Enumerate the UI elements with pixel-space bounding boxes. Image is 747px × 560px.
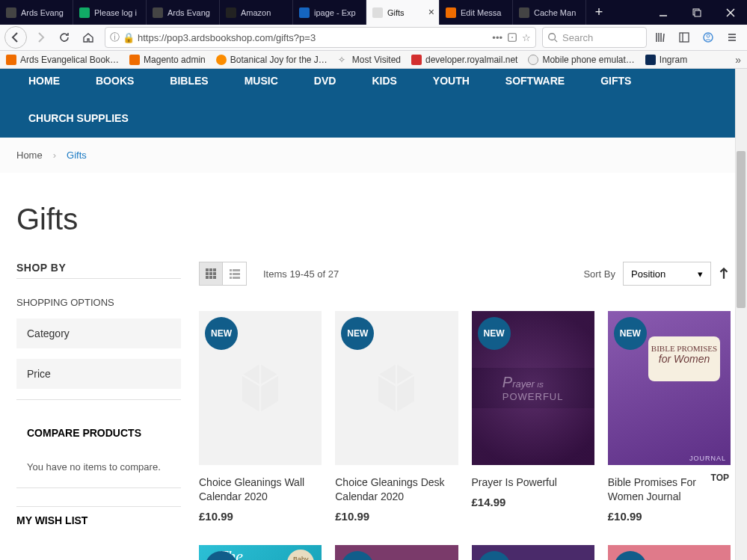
new-badge: NEW <box>478 317 511 350</box>
svg-rect-21 <box>213 272 216 275</box>
maximize-icon[interactable] <box>680 0 713 25</box>
search-icon <box>547 32 558 43</box>
reader-icon[interactable] <box>507 32 517 43</box>
svg-rect-2 <box>695 10 701 16</box>
wishlist-heading: MY WISH LIST <box>16 506 181 534</box>
bookmarks-bar: Ards Evangelical Book… Magento admin Bot… <box>0 51 747 69</box>
product-name: Choice Gleanings Wall Calendar 2020 <box>199 476 322 504</box>
nav-youth[interactable]: YOUTH <box>433 75 470 87</box>
bookmark-item[interactable]: developer.royalmail.net <box>411 55 517 65</box>
browser-tab[interactable]: Ards Evang <box>147 0 220 25</box>
svg-rect-9 <box>680 33 689 42</box>
sort-select[interactable]: Position ▾ <box>623 262 711 286</box>
browser-tab[interactable]: Please log i <box>73 0 147 25</box>
reload-button[interactable] <box>54 27 75 48</box>
account-icon[interactable] <box>698 27 719 48</box>
browser-tab-strip: Ards Evang Please log i Ards Evang Amazo… <box>0 0 747 25</box>
nav-church-supplies[interactable]: CHURCH SUPPLIES <box>28 112 129 124</box>
svg-rect-30 <box>233 277 240 279</box>
sidebar-options-label: SHOPPING OPTIONS <box>16 297 181 308</box>
listing-toolbar: Items 19-45 of 27 Sort By Position ▾ <box>199 262 731 286</box>
bookmark-star-icon[interactable]: ☆ <box>522 32 531 43</box>
nav-dvd[interactable]: DVD <box>314 75 336 87</box>
library-icon[interactable] <box>650 27 671 48</box>
new-badge: NEW <box>614 317 647 350</box>
forward-button <box>30 27 51 48</box>
svg-rect-26 <box>233 269 240 271</box>
sort-direction-button[interactable] <box>717 267 731 280</box>
compare-heading: COMPARE PRODUCTS <box>16 419 181 446</box>
product-name: Prayer Is Powerful <box>472 476 594 490</box>
browser-tab[interactable]: ipage - Exp <box>293 0 366 25</box>
new-tab-button[interactable]: + <box>586 0 612 25</box>
back-button[interactable] <box>4 26 27 49</box>
view-grid-button[interactable] <box>199 262 223 286</box>
bookmark-item[interactable]: ✧Most Visited <box>338 55 401 65</box>
breadcrumb-current: Gifts <box>67 150 87 161</box>
product-card[interactable]: NEW <box>608 545 731 560</box>
back-to-top-button[interactable]: TOP <box>711 473 729 483</box>
bookmark-item[interactable]: Ards Evangelical Book… <box>6 55 119 65</box>
filter-price[interactable]: Price <box>16 359 181 389</box>
svg-rect-25 <box>230 269 232 271</box>
nav-bibles[interactable]: BIBLES <box>170 75 208 87</box>
svg-rect-27 <box>230 273 232 275</box>
product-card[interactable]: NEW <box>472 545 594 560</box>
url-text: https://pop3.ardsbookshop.com/gifts?p=3 <box>138 32 488 43</box>
svg-rect-17 <box>209 268 212 271</box>
product-card[interactable]: NEW The Baby BOOK <box>199 545 322 560</box>
svg-rect-20 <box>209 272 212 275</box>
close-window-icon[interactable] <box>713 0 747 25</box>
product-price: £14.99 <box>472 496 594 508</box>
bookmark-item[interactable]: Botanical Joy for the J… <box>216 55 328 65</box>
url-bar[interactable]: ⓘ 🔒 https://pop3.ardsbookshop.com/gifts?… <box>105 27 536 48</box>
bookmarks-overflow-icon[interactable]: » <box>735 54 741 66</box>
page-viewport: HOME BOOKS BIBLES MUSIC DVD KIDS YOUTH S… <box>0 69 747 560</box>
site-primary-nav: HOME BOOKS BIBLES MUSIC DVD KIDS YOUTH S… <box>0 69 747 138</box>
nav-home[interactable]: HOME <box>28 75 60 87</box>
browser-tab[interactable]: Amazon <box>220 0 293 25</box>
svg-rect-16 <box>206 268 209 271</box>
bookmark-item[interactable]: Magento admin <box>129 55 206 65</box>
home-button[interactable] <box>78 27 99 48</box>
product-price: £10.99 <box>199 510 322 523</box>
svg-point-12 <box>707 34 710 37</box>
svg-line-8 <box>555 40 558 43</box>
product-card[interactable]: NEW Choice Gleanings Desk Calendar 2020 … <box>335 311 458 523</box>
chevron-down-icon: ▾ <box>698 268 703 280</box>
svg-point-7 <box>549 34 556 40</box>
browser-tab-active[interactable]: Gifts× <box>366 0 440 25</box>
close-icon[interactable]: × <box>428 6 434 18</box>
product-listing: Items 19-45 of 27 Sort By Position ▾ <box>199 262 731 560</box>
new-badge: NEW <box>341 317 374 350</box>
nav-books[interactable]: BOOKS <box>96 75 134 87</box>
view-list-button[interactable] <box>223 262 247 286</box>
breadcrumb-home[interactable]: Home <box>16 150 43 161</box>
bookmark-item[interactable]: Mobile phone emulat… <box>528 55 634 65</box>
menu-icon[interactable] <box>722 27 743 48</box>
compare-empty-text: You have no items to compare. <box>16 458 181 487</box>
sidebar-icon[interactable] <box>674 27 695 48</box>
page-title: Gifts <box>16 203 731 236</box>
browser-tab[interactable]: Ards Evang <box>0 0 73 25</box>
browser-search-input[interactable]: Search <box>542 27 647 48</box>
browser-nav-bar: ⓘ 🔒 https://pop3.ardsbookshop.com/gifts?… <box>0 25 747 51</box>
product-card[interactable]: NEW <box>335 545 458 560</box>
more-icon[interactable]: ••• <box>492 32 502 43</box>
nav-music[interactable]: MUSIC <box>245 75 278 87</box>
nav-gifts[interactable]: GIFTS <box>600 75 631 87</box>
product-card[interactable]: NEW BIBLE PROMISESfor Women JOURNAL Bibl… <box>608 311 731 523</box>
info-icon[interactable]: ⓘ <box>110 31 120 44</box>
svg-rect-23 <box>209 276 212 279</box>
nav-kids[interactable]: KIDS <box>372 75 396 87</box>
vertical-scrollbar[interactable] <box>735 69 747 560</box>
minimize-icon[interactable] <box>646 0 680 25</box>
product-card[interactable]: NEW Prayer ISPOWERFUL Prayer Is Powerful… <box>472 311 594 523</box>
browser-tab[interactable]: Cache Man <box>513 0 586 25</box>
nav-software[interactable]: SOFTWARE <box>505 75 565 87</box>
product-card[interactable]: NEW Choice Gleanings Wall Calendar 2020 … <box>199 311 322 523</box>
filter-category[interactable]: Category <box>16 319 181 348</box>
sidebar-shop-by: SHOP BY <box>16 262 181 274</box>
browser-tab[interactable]: Edit Messa <box>440 0 513 25</box>
bookmark-item[interactable]: Ingram <box>645 55 687 65</box>
